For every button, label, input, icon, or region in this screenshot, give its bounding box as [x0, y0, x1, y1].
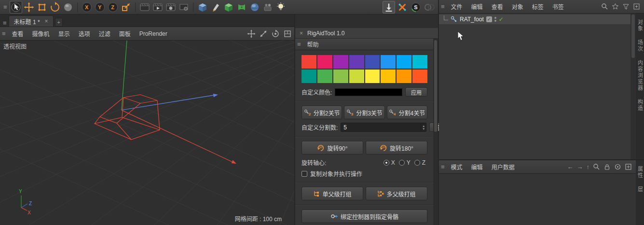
search-icon[interactable]: [601, 3, 608, 10]
bookmark-star-icon[interactable]: [612, 3, 619, 10]
viewport-menu-grip-icon[interactable]: ≡: [0, 30, 8, 37]
rotate-axis-y-radio[interactable]: [399, 160, 405, 166]
vp-menu-camera[interactable]: 摄像机: [28, 29, 54, 38]
add-scene-object-button[interactable]: [261, 1, 274, 14]
object-name[interactable]: RAT_foot: [460, 16, 484, 23]
tab-close-icon[interactable]: ×: [45, 18, 48, 25]
attribute-manager-content[interactable]: [439, 174, 636, 225]
track-target-icon[interactable]: [614, 163, 621, 170]
interactive-render-region-button[interactable]: [178, 1, 190, 14]
view-name-label[interactable]: 透视视图: [3, 42, 27, 50]
palette-swatch[interactable]: [365, 55, 380, 69]
rotate-tool-button[interactable]: [49, 1, 61, 14]
rigaidtool-grip-icon[interactable]: ≡: [295, 41, 303, 48]
lock-y-axis-button[interactable]: Y: [94, 1, 106, 14]
copy-object-checkbox[interactable]: [301, 171, 307, 177]
object-manager-scrollbar[interactable]: [630, 14, 636, 159]
render-picture-viewer-button[interactable]: [151, 1, 164, 14]
pan-view-button[interactable]: [247, 29, 256, 39]
apply-color-button[interactable]: 应用: [405, 87, 427, 97]
scale-tool-button[interactable]: [36, 1, 48, 14]
palette-swatch[interactable]: [365, 70, 380, 83]
history-forward-icon[interactable]: →: [577, 164, 583, 170]
rotate-180-button[interactable]: 180° 旋转180°: [366, 141, 427, 155]
coordinate-system-button[interactable]: [120, 1, 132, 14]
om-menu-view[interactable]: 查看: [487, 2, 507, 11]
spline-pen-button[interactable]: [209, 1, 222, 14]
toggle-view-button[interactable]: [283, 29, 292, 39]
viewport-grip-icon[interactable]: ≡: [1, 19, 9, 27]
vp-menu-prorender[interactable]: ProRender: [135, 30, 172, 37]
spinner[interactable]: ▲ ▼: [421, 123, 426, 131]
om-menu-bookmarks[interactable]: 书签: [548, 2, 568, 11]
attr-menu-mode[interactable]: 模式: [447, 163, 467, 171]
add-generator-button[interactable]: [222, 1, 235, 14]
vp-menu-display[interactable]: 显示: [54, 29, 74, 38]
rotate-axis-z-radio[interactable]: [414, 160, 420, 166]
tab-content-browser[interactable]: 内容浏览器: [636, 60, 644, 91]
custom-split-input[interactable]: [341, 123, 421, 131]
add-light-button[interactable]: [274, 1, 287, 14]
rotate-axis-x-radio[interactable]: [384, 160, 389, 166]
palette-swatch[interactable]: [381, 70, 396, 83]
object-row-rat-foot[interactable]: RAT_foot ✓ ✓: [439, 14, 630, 24]
rigaidtool-scrollbar[interactable]: [433, 39, 438, 225]
attr-menu-edit[interactable]: 编辑: [467, 163, 487, 171]
palette-swatch[interactable]: [349, 70, 364, 83]
up-level-icon[interactable]: ↑: [587, 164, 590, 170]
toolbar-grip-icon[interactable]: ≡: [1, 3, 9, 11]
tab-takes[interactable]: 场次: [636, 40, 644, 52]
move-tool-button[interactable]: [23, 1, 35, 14]
palette-swatch[interactable]: [317, 55, 332, 69]
render-view-button[interactable]: [138, 1, 151, 14]
add-primitive-button[interactable]: [196, 1, 209, 14]
om-menu-tags[interactable]: 标签: [528, 2, 548, 11]
palette-swatch[interactable]: [333, 55, 348, 69]
add-environment-button[interactable]: [248, 1, 261, 14]
render-settings-button[interactable]: [164, 1, 177, 14]
palette-swatch[interactable]: [397, 55, 411, 69]
palette-swatch[interactable]: [317, 70, 332, 83]
bind-controller-button[interactable]: 绑定控制器到指定骨骼: [301, 210, 427, 223]
live-selection-tool-button[interactable]: [10, 1, 22, 14]
palette-swatch[interactable]: [301, 55, 316, 69]
palette-swatch[interactable]: [301, 70, 316, 83]
search-icon[interactable]: [593, 163, 600, 170]
vp-menu-filter[interactable]: 过滤: [95, 29, 115, 38]
rotate-view-button[interactable]: [271, 29, 280, 39]
group-multi-parent-button[interactable]: 多父级打组: [366, 187, 427, 200]
palette-swatch[interactable]: [333, 70, 348, 83]
rigaidtool-menu-help[interactable]: 帮助: [303, 40, 323, 48]
tag-checkbox-icon[interactable]: ✓: [486, 16, 492, 22]
palette-swatch[interactable]: [349, 55, 364, 69]
object-manager-grip-icon[interactable]: ≡: [439, 3, 447, 10]
zoom-view-button[interactable]: [259, 29, 268, 39]
om-menu-file[interactable]: 文件: [447, 2, 467, 11]
history-back-icon[interactable]: ←: [567, 164, 574, 170]
vp-menu-view[interactable]: 查看: [8, 29, 28, 38]
add-panel-icon[interactable]: [625, 163, 632, 170]
tab-layers[interactable]: 层: [636, 186, 644, 193]
vp-menu-panel[interactable]: 面板: [115, 29, 135, 38]
object-manager-list[interactable]: RAT_foot ✓ ✓: [439, 14, 630, 159]
attribute-grip-icon[interactable]: ≡: [439, 163, 447, 170]
attr-menu-userdata[interactable]: 用户数据: [487, 163, 519, 171]
vp-menu-options[interactable]: 选项: [74, 29, 95, 38]
scrollbar-thumb[interactable]: [631, 14, 635, 58]
palette-swatch[interactable]: [412, 55, 427, 69]
filter-funnel-icon[interactable]: [622, 3, 630, 10]
om-menu-edit[interactable]: 编辑: [467, 2, 487, 11]
lock-z-axis-button[interactable]: Z: [107, 1, 119, 14]
om-menu-objects[interactable]: 对象: [507, 2, 528, 11]
substance-button[interactable]: S: [410, 1, 422, 14]
enabled-check-icon[interactable]: ✓: [499, 16, 504, 23]
tab-objects[interactable]: 对象: [636, 19, 644, 32]
layout-panel-icon[interactable]: [633, 3, 640, 10]
new-tab-button[interactable]: +: [55, 18, 63, 27]
tab-structure[interactable]: 构造: [636, 99, 644, 112]
lock-x-axis-button[interactable]: X: [81, 1, 93, 14]
palette-swatch[interactable]: [412, 70, 427, 83]
add-deformer-button[interactable]: [235, 1, 248, 14]
custom-color-swatch[interactable]: [335, 88, 402, 96]
capture-button[interactable]: [383, 1, 395, 14]
